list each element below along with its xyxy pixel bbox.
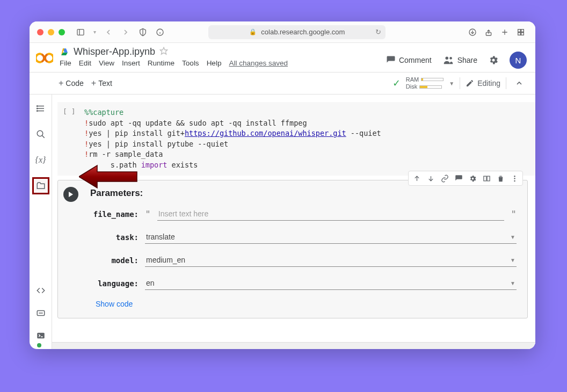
editing-mode-button[interactable]: Editing [466, 79, 500, 88]
collapse-header-button[interactable] [512, 76, 527, 91]
connected-check-icon: ✓ [392, 77, 401, 89]
address-bar[interactable]: 🔒 colab.research.google.com ↻ [208, 25, 386, 39]
ram-label: RAM [406, 76, 419, 83]
form-cell-parameters[interactable]: Parameters: file_name: " " task: transla… [57, 180, 528, 318]
bottom-scrollbar[interactable] [52, 342, 535, 349]
main-area: {x} [ ] %%capture !sudo apt - [30, 95, 535, 349]
sidebar-toggle-icon[interactable] [74, 25, 88, 39]
terminal-icon[interactable] [32, 327, 49, 344]
status-all-changes-saved[interactable]: All changes saved [229, 59, 288, 67]
svg-rect-13 [518, 32, 521, 35]
comment-button[interactable]: Comment [386, 55, 432, 65]
svg-rect-33 [487, 176, 490, 181]
chevron-down-icon[interactable]: ▾ [91, 25, 98, 39]
avatar[interactable]: N [510, 52, 527, 69]
browser-window: ▾ 🔒 colab.research.google.com ↻ [30, 21, 535, 349]
add-code-button[interactable]: + Code [59, 78, 84, 88]
new-tab-icon[interactable] [498, 25, 512, 39]
menu-runtime[interactable]: Runtime [148, 59, 175, 67]
svg-point-22 [37, 108, 38, 109]
form-title: Parameters: [90, 188, 517, 199]
notebook-content: [ ] %%capture !sudo apt -qq update && su… [52, 95, 535, 349]
code-cell-1[interactable]: [ ] %%capture !sudo apt -qq update && su… [57, 102, 535, 176]
menu-help[interactable]: Help [207, 59, 222, 67]
url-text: colab.research.google.com [261, 28, 345, 36]
settings-button[interactable] [488, 55, 499, 66]
task-label: task: [90, 233, 139, 242]
ram-disk-indicator[interactable]: RAM Disk [406, 76, 444, 90]
task-value: translate [146, 233, 175, 241]
show-code-link[interactable]: Show code [96, 300, 517, 308]
doc-title[interactable]: Whisper-App.ipynb [74, 46, 155, 57]
svg-point-21 [37, 106, 38, 107]
cell-settings-icon[interactable] [466, 172, 479, 184]
svg-marker-37 [69, 192, 73, 197]
svg-rect-14 [521, 32, 524, 35]
file-name-label: file_name: [90, 210, 139, 219]
menu-tools[interactable]: Tools [182, 59, 199, 67]
model-select[interactable]: medium_en ▼ [145, 253, 517, 267]
minimize-window[interactable] [48, 29, 54, 35]
command-palette-icon[interactable] [32, 304, 49, 322]
runtime-dropdown-icon[interactable]: ▼ [449, 81, 454, 86]
language-label: language: [90, 279, 139, 288]
toc-icon[interactable] [32, 100, 49, 117]
svg-point-17 [449, 57, 452, 60]
file-name-input[interactable] [157, 207, 504, 221]
tabs-overview-icon[interactable] [514, 25, 528, 39]
move-down-icon[interactable] [424, 172, 438, 184]
comment-label: Comment [399, 56, 432, 64]
svg-rect-28 [37, 333, 45, 339]
more-icon[interactable] [507, 172, 521, 184]
menu-file[interactable]: File [60, 59, 71, 67]
svg-rect-0 [77, 29, 84, 35]
code-snippets-icon[interactable] [32, 282, 49, 299]
add-text-button[interactable]: + Text [91, 78, 112, 88]
forward-button[interactable] [119, 25, 133, 39]
delete-cell-icon[interactable] [493, 172, 507, 184]
cell-gutter: [ ] [63, 107, 75, 115]
browser-chrome: ▾ 🔒 colab.research.google.com ↻ [30, 21, 535, 43]
svg-point-34 [514, 176, 515, 177]
comment-icon[interactable] [452, 172, 466, 184]
left-sidebar: {x} [30, 95, 52, 349]
menu-view[interactable]: View [99, 59, 114, 67]
menu-edit[interactable]: Edit [79, 59, 91, 67]
download-icon[interactable] [466, 25, 479, 39]
maximize-window[interactable] [59, 29, 65, 35]
link-icon[interactable] [438, 172, 452, 184]
shield-icon[interactable] [136, 25, 150, 39]
move-up-icon[interactable] [410, 172, 424, 184]
chevron-down-icon: ▼ [510, 280, 515, 286]
disk-label: Disk [406, 83, 417, 90]
lock-icon: 🔒 [249, 28, 257, 35]
avatar-initial: N [515, 56, 521, 65]
model-value: medium_en [146, 256, 185, 264]
info-icon[interactable] [153, 25, 167, 39]
share-button[interactable]: Share [442, 54, 477, 66]
chevron-down-icon: ▼ [510, 234, 515, 240]
svg-rect-32 [483, 176, 486, 181]
search-icon[interactable] [32, 126, 49, 143]
share-icon[interactable] [482, 25, 496, 39]
back-button[interactable] [101, 25, 115, 39]
colab-logo[interactable] [35, 48, 54, 68]
model-label: model: [90, 256, 139, 265]
mirror-cell-icon[interactable] [479, 172, 493, 184]
star-icon[interactable] [159, 47, 168, 57]
cell-code[interactable]: %%capture !sudo apt -qq update && sudo a… [57, 102, 535, 176]
task-select[interactable]: translate ▼ [145, 230, 517, 244]
drive-icon [60, 47, 69, 57]
menu-insert[interactable]: Insert [122, 59, 140, 67]
svg-point-24 [37, 130, 43, 136]
reload-icon[interactable]: ↻ [375, 28, 381, 36]
svg-point-35 [514, 178, 515, 179]
kernel-status-dot [37, 343, 41, 347]
close-window[interactable] [37, 29, 43, 35]
language-select[interactable]: en ▼ [145, 277, 517, 290]
menu-bar: File Edit View Insert Runtime Tools Help… [60, 59, 381, 67]
variables-icon[interactable]: {x} [32, 151, 49, 169]
files-icon[interactable] [32, 177, 49, 194]
toolbar: + Code + Text ✓ RAM Disk ▼ [30, 72, 535, 95]
traffic-lights [37, 29, 65, 35]
